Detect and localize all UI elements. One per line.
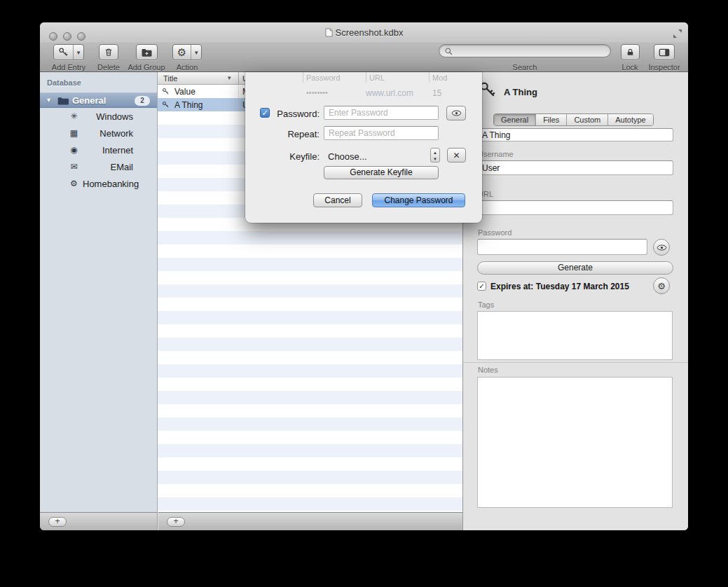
windows-icon: ✳ — [69, 111, 79, 121]
add-entry-label: Add Entry — [44, 63, 93, 71]
toolbar-item-delete: Delete — [93, 44, 124, 71]
chevron-down-icon[interactable]: ▾ — [191, 45, 201, 60]
url-field[interactable] — [477, 200, 673, 215]
keyfile-popup[interactable]: Choose... — [328, 151, 367, 162]
tab-files[interactable]: Files — [536, 114, 567, 125]
inspector-panel: A Thing General Files Custom Autotype Us… — [462, 72, 688, 530]
sidebar-item-email[interactable]: ✉ EMail — [40, 160, 157, 175]
sidebar-item-network[interactable]: ▦ Network — [40, 126, 157, 141]
password-label: Password — [478, 228, 511, 237]
key-icon — [162, 101, 170, 111]
search-label: Search — [437, 63, 613, 71]
expires-options-button[interactable]: ⚙ — [653, 277, 670, 294]
tab-custom[interactable]: Custom — [567, 114, 608, 125]
gear-icon: ⚙ — [173, 45, 191, 60]
notes-label: Notes — [478, 366, 498, 374]
sheet-password-input[interactable] — [324, 106, 439, 120]
group-label: General — [72, 95, 106, 106]
username-field[interactable] — [477, 160, 673, 175]
inspector-label: Inspector — [644, 63, 685, 71]
inspector-toggle-button[interactable] — [654, 44, 675, 60]
search-input[interactable] — [455, 46, 605, 56]
sidebar: Database ▼ General 2 ✳ Windows ▦ Network… — [40, 72, 158, 512]
inspector-tabs: General Files Custom Autotype — [493, 113, 654, 126]
chevron-down-icon[interactable]: ▾ — [73, 45, 83, 60]
inspector-panel-icon — [654, 45, 674, 60]
gear-icon: ⚙ — [657, 282, 666, 291]
stepper-down-icon[interactable]: ▼ — [431, 156, 439, 163]
sidebar-bottom-bar: + — [40, 512, 158, 530]
tags-label: Tags — [478, 301, 494, 309]
toolbar-item-action: ⚙ ▾ Action — [169, 44, 205, 71]
ghost-column-divider — [303, 72, 303, 83]
search-icon — [444, 47, 453, 56]
notes-input[interactable] — [477, 377, 673, 508]
ghost-modified-value: 15 — [432, 88, 441, 98]
sheet-repeat-label: Repeat: — [269, 129, 320, 139]
entry-title-cell: A Thing — [174, 100, 202, 110]
sidebar-item-label: Internet — [83, 145, 133, 156]
sidebar-item-windows[interactable]: ✳ Windows — [40, 109, 157, 125]
toolbar-item-lock: Lock — [616, 44, 644, 71]
sidebar-item-label: Windows — [83, 111, 133, 122]
disclosure-triangle-icon[interactable]: ▼ — [46, 97, 52, 104]
title-field[interactable] — [477, 128, 673, 141]
password-enable-checkbox[interactable]: ✓ — [260, 108, 270, 118]
eye-icon — [657, 244, 667, 251]
folder-plus-icon — [137, 45, 157, 60]
sheet-password-label: Password: — [269, 109, 320, 119]
fullscreen-icon[interactable] — [673, 29, 682, 39]
lock-button[interactable] — [621, 44, 640, 60]
tags-input[interactable] — [477, 311, 673, 360]
ghost-url-header: URL — [369, 74, 385, 82]
generate-password-button[interactable]: Generate — [477, 261, 673, 275]
column-divider[interactable] — [238, 72, 239, 85]
action-button[interactable]: ⚙ ▾ — [172, 44, 202, 60]
cancel-button[interactable]: Cancel — [313, 193, 362, 207]
document-icon — [325, 28, 333, 37]
reveal-password-button[interactable] — [653, 239, 670, 256]
sheet-reveal-password-button[interactable] — [446, 106, 466, 120]
stepper-up-icon[interactable]: ▲ — [431, 150, 439, 156]
generate-keyfile-button[interactable]: Generate Keyfile — [324, 166, 439, 179]
password-field[interactable] — [477, 239, 647, 255]
eye-icon — [451, 110, 462, 116]
sidebar-item-internet[interactable]: ◉ Internet — [40, 143, 157, 158]
change-password-sheet: Password URL Mod •••••••• www.url.com 15… — [245, 72, 482, 223]
sidebar-group-general[interactable]: ▼ General 2 — [40, 92, 157, 108]
homebanking-icon: ⚙ — [69, 179, 79, 188]
keyfile-stepper[interactable]: ▲ ▼ — [430, 148, 440, 163]
add-entry-plus-button[interactable]: + — [167, 517, 185, 527]
key-icon — [54, 45, 73, 60]
delete-button[interactable] — [99, 44, 118, 60]
clear-keyfile-button[interactable]: ✕ — [447, 148, 466, 163]
expires-label: Expires at: Tuesday 17 March 2015 — [490, 282, 629, 291]
add-group-button[interactable] — [136, 44, 158, 60]
search-field-wrap — [439, 44, 611, 57]
ghost-url-value: www.url.com — [366, 88, 413, 98]
sheet-keyfile-label: Keyfile: — [269, 151, 320, 162]
sidebar-section-header: Database — [47, 78, 81, 87]
column-header-title[interactable]: Title — [163, 74, 177, 83]
expires-checkbox[interactable]: ✓ — [477, 282, 486, 291]
add-group-plus-button[interactable]: + — [48, 517, 67, 527]
ghost-column-divider — [366, 72, 366, 83]
sidebar-item-label: EMail — [83, 162, 133, 172]
add-entry-button[interactable]: ▾ — [53, 44, 84, 60]
folder-icon — [57, 97, 69, 107]
change-password-button[interactable]: Change Password — [372, 193, 465, 207]
trash-icon — [99, 45, 118, 60]
ghost-modified-header: Mod — [432, 74, 447, 82]
ghost-password-value: •••••••• — [306, 88, 328, 97]
sidebar-item-label: Network — [83, 128, 133, 139]
inspector-entry-title: A Thing — [504, 87, 537, 97]
sidebar-item-homebanking[interactable]: ⚙ Homebanking — [40, 177, 157, 192]
tab-general[interactable]: General — [494, 114, 536, 125]
internet-icon: ◉ — [69, 145, 79, 155]
toolbar-item-search: Search — [437, 44, 613, 71]
toolbar-item-add-entry: ▾ Add Entry — [44, 44, 93, 71]
tab-autotype[interactable]: Autotype — [608, 114, 652, 125]
add-group-label: Add Group — [124, 63, 169, 71]
ghost-column-divider — [429, 72, 430, 83]
sheet-repeat-input[interactable] — [324, 126, 439, 140]
